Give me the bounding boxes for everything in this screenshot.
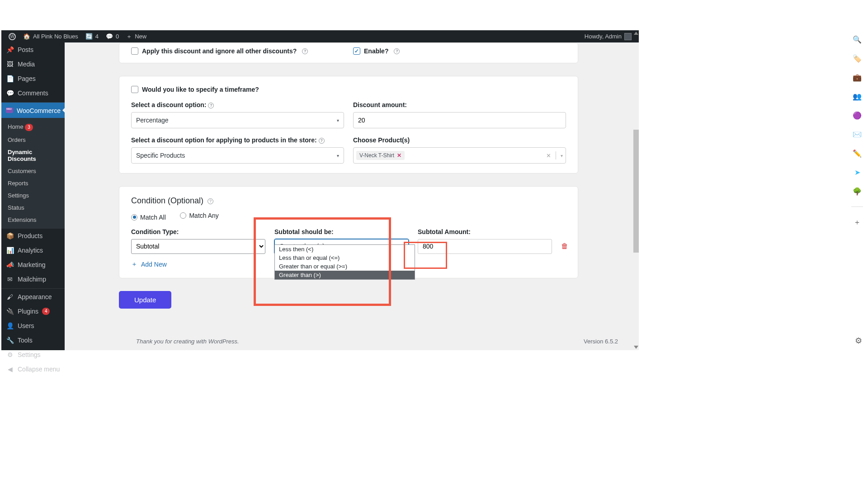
help-icon[interactable]: ? [319, 138, 325, 144]
enable-checkbox[interactable]: Enable? ? [353, 47, 566, 55]
match-any-radio[interactable]: Match Any [180, 212, 218, 219]
choose-products-select[interactable]: V-Neck T-Shirt✕ ✕▾ [353, 147, 566, 164]
briefcase-icon[interactable]: 💼 [853, 73, 862, 82]
sidebar-item-media[interactable]: 🖼Media [1, 57, 65, 71]
sidebar-sub-orders[interactable]: Orders [1, 134, 65, 146]
apply-scope-select[interactable]: Specific Products ▾ [131, 147, 344, 164]
condition-title: Condition (Optional) ? [131, 196, 566, 206]
woocommerce-submenu: Home 3 Orders Dynamic Discounts Customer… [1, 118, 65, 229]
sidebar-sub-home[interactable]: Home 3 [1, 121, 65, 134]
radio-off-icon [180, 212, 186, 219]
analytics-icon: 📊 [6, 247, 14, 254]
apply-discount-checkbox[interactable]: Apply this discount and ignore all other… [131, 47, 344, 55]
sidebar-item-collapse[interactable]: ◀Collapse menu [1, 362, 65, 376]
apply-scope-value: Specific Products [136, 152, 185, 159]
dropdown-option-lte[interactable]: Less than or equal (<=) [275, 253, 415, 262]
tag-icon[interactable]: 🏷️ [853, 54, 862, 63]
subtotal-amount-input[interactable] [418, 239, 552, 254]
tree-icon[interactable]: 🌳 [853, 187, 862, 196]
sidebar-item-tools[interactable]: 🔧Tools [1, 333, 65, 347]
howdy-link[interactable]: Howdy, Admin [581, 30, 635, 42]
search-icon[interactable]: 🔍 [853, 35, 862, 44]
sidebar-item-woocommerce[interactable]: WooCommerce [1, 102, 65, 118]
sidebar-item-appearance[interactable]: 🖌Appearance [1, 288, 65, 304]
timeframe-label: Would you like to specify a timeframe? [142, 86, 259, 93]
chip-remove-icon[interactable]: ✕ [397, 152, 401, 159]
footer: Thank you for creating with WordPress. V… [128, 332, 626, 350]
wp-admin-frame: W 🏠All Pink No Blues 🔄4 💬0 ＋New Howdy, A… [1, 30, 639, 350]
outlook-icon[interactable]: ✉️ [853, 130, 862, 139]
footer-version: Version 6.5.2 [584, 338, 618, 345]
clear-icon[interactable]: ✕ [546, 152, 551, 159]
checkbox-checked-icon [353, 47, 360, 55]
match-all-radio[interactable]: Match All [131, 214, 166, 221]
subtotal-amount-label: Subtotal Amount: [418, 228, 552, 235]
condition-type-select[interactable]: Subtotal [131, 239, 265, 254]
sidebar-item-comments[interactable]: 💬Comments [1, 86, 65, 100]
site-link[interactable]: 🏠All Pink No Blues [19, 30, 82, 42]
discount-amount-label: Discount amount: [353, 101, 566, 108]
sidebar-item-plugins[interactable]: 🔌Plugins 4 [1, 304, 65, 319]
add-condition-button[interactable]: ＋Add New [131, 260, 167, 268]
users-icon: 👤 [6, 322, 14, 329]
new-link[interactable]: ＋New [123, 30, 150, 42]
sidebar-sub-extensions[interactable]: Extensions [1, 214, 65, 226]
help-icon[interactable]: ? [394, 48, 400, 54]
sidebar-sub-status[interactable]: Status [1, 202, 65, 214]
sidebar-sub-settings[interactable]: Settings [1, 189, 65, 202]
sidebar-item-analytics[interactable]: 📊Analytics [1, 243, 65, 258]
wp-logo[interactable]: W [5, 30, 19, 42]
gear-icon[interactable]: ⚙ [855, 336, 862, 346]
sidebar-sub-reports[interactable]: Reports [1, 177, 65, 189]
chevron-down-icon: ▾ [337, 118, 339, 123]
sidebar-item-mailchimp[interactable]: ✉Mailchimp [1, 272, 65, 286]
admin-bar: W 🏠All Pink No Blues 🔄4 💬0 ＋New Howdy, A… [1, 30, 639, 42]
card-condition: Condition (Optional) ? Match All Match A… [119, 186, 578, 278]
media-icon: 🖼 [6, 61, 14, 68]
scrollbar-up-icon[interactable] [634, 30, 638, 35]
marketing-icon: 📣 [6, 261, 14, 268]
discount-amount-input[interactable] [353, 112, 566, 128]
card-discount-settings: Would you like to specify a timeframe? S… [119, 76, 578, 174]
help-icon[interactable]: ? [208, 198, 213, 204]
updates-link[interactable]: 🔄4 [82, 30, 102, 42]
dropdown-option-less-than[interactable]: Less then (<) [275, 245, 415, 253]
pushpin-icon: 📌 [6, 46, 14, 53]
footer-thank: Thank you for creating with WordPress. [136, 338, 239, 345]
sidebar-item-users[interactable]: 👤Users [1, 319, 65, 333]
plugins-badge: 4 [42, 308, 50, 315]
help-icon[interactable]: ? [208, 103, 214, 108]
delete-condition-button[interactable]: 🗑 [561, 242, 568, 254]
help-icon[interactable]: ? [302, 48, 308, 54]
apply-scope-label: Select a discount option for applying to… [131, 136, 344, 144]
product-chip: V-Neck T-Shirt✕ [356, 151, 405, 160]
avatar [624, 33, 632, 40]
sidebar-sub-dynamic-discounts[interactable]: Dynamic Discounts [1, 146, 65, 165]
sidebar-item-products[interactable]: 📦Products [1, 229, 65, 243]
people-icon[interactable]: 👥 [853, 92, 862, 101]
dropdown-option-gte[interactable]: Greater than or equal (>=) [275, 262, 415, 271]
appearance-icon: 🖌 [6, 293, 14, 300]
send-icon[interactable]: ➤ [853, 168, 862, 177]
sidebar-item-settings[interactable]: ⚙Settings [1, 347, 65, 362]
comment-icon: 💬 [6, 89, 14, 97]
products-icon: 📦 [6, 232, 14, 239]
pencil-icon[interactable]: ✏️ [853, 149, 862, 158]
subtotal-should-be-label: Subtotal should be: [274, 228, 409, 235]
sidebar-item-posts[interactable]: 📌Posts [1, 42, 65, 57]
timeframe-checkbox[interactable]: Would you like to specify a timeframe? [131, 86, 566, 93]
sidebar-item-pages[interactable]: 📄Pages [1, 71, 65, 86]
discount-option-select[interactable]: Percentage ▾ [131, 112, 344, 128]
comments-link[interactable]: 💬0 [102, 30, 123, 42]
sidebar-sub-customers[interactable]: Customers [1, 165, 65, 177]
copilot-icon[interactable]: 🟣 [853, 111, 862, 120]
scrollbar-down-icon[interactable] [634, 346, 638, 350]
dropdown-option-greater-than[interactable]: Greater than (>) [275, 271, 415, 279]
update-button[interactable]: Update [119, 291, 171, 309]
add-icon[interactable]: ＋ [853, 218, 862, 227]
sidebar-item-marketing[interactable]: 📣Marketing [1, 258, 65, 272]
home-badge: 3 [25, 124, 33, 131]
chevron-down-icon: ▾ [337, 153, 339, 158]
scrollbar-thumb[interactable] [633, 130, 639, 253]
chevron-down-icon[interactable]: ▾ [561, 153, 563, 158]
